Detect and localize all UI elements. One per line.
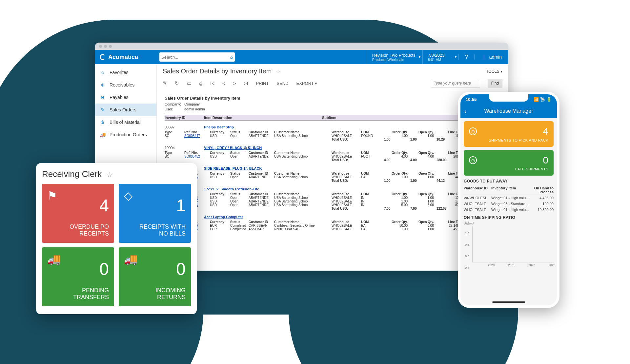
- find-button[interactable]: Find: [488, 79, 502, 87]
- clock-icon: ◷: [469, 156, 477, 164]
- user-menu[interactable]: 👤 admin: [474, 54, 508, 60]
- nav-icon: 🚚: [100, 132, 106, 138]
- order-link[interactable]: SO005447: [184, 134, 200, 138]
- kpi-tile[interactable]: ◇1RECEIPTS WITHNO BILLS: [119, 184, 191, 243]
- phone-time: 10:55: [466, 97, 477, 102]
- table-row: VA-WHOLESLWidget 01 - High volu...4,495.…: [464, 195, 554, 201]
- mobile-device: 10:55 📶 📡 🔋 ‹ Warehouse Manager ◷4SHIPME…: [458, 92, 559, 308]
- nav-icon: ☆: [100, 69, 106, 75]
- print-button[interactable]: PRINT: [256, 81, 269, 86]
- nav-icon: ⊖: [100, 94, 106, 100]
- edit-icon[interactable]: ✎: [163, 80, 167, 86]
- save-icon[interactable]: ▭: [187, 80, 192, 86]
- schedule-icon[interactable]: ⎙: [199, 81, 202, 86]
- last-page-icon[interactable]: >I: [244, 81, 248, 86]
- chart-header: ON TIME SHIPPING RATIO: [464, 215, 554, 220]
- page-title: Sales Order Details by Inventory Item: [163, 67, 272, 75]
- sidebar-item-production-orders[interactable]: 🚚Production Orders: [95, 128, 156, 141]
- receiving-clerk-card: Receiving Clerk ☆ ⚑4OVERDUE PORECEIPTS◇1…: [36, 163, 197, 314]
- export-button[interactable]: EXPORT ▾: [296, 81, 317, 86]
- clock-icon: ◷: [469, 127, 477, 135]
- table-row: WHOLESALEWidget 01 - High volu...19,500.…: [464, 207, 554, 213]
- send-button[interactable]: SEND: [276, 81, 288, 86]
- brand-name: Acumatica: [108, 54, 138, 61]
- query-input[interactable]: [431, 79, 480, 87]
- toolbar: ✎ ↻ ▭ ⎙ I< < > >I PRINT SEND EXPORT ▾ Fi…: [157, 77, 508, 91]
- help-button[interactable]: ?: [458, 54, 474, 60]
- kpi-tile[interactable]: 🚚0INCOMINGRETURNS: [119, 247, 191, 306]
- user-name: admin: [489, 54, 502, 60]
- business-date[interactable]: 7/8/2023 8:01 AM ▾: [422, 50, 458, 64]
- goods-header: GOODS TO PUT AWAY: [464, 179, 554, 183]
- brand-icon: [100, 54, 106, 60]
- kpi-tile[interactable]: 🚚0PENDINGTRANSFERS: [42, 247, 114, 306]
- metric-card[interactable]: ◷0LATE SHIPMENTS: [464, 150, 554, 176]
- global-search[interactable]: ⌕: [159, 52, 235, 62]
- next-page-icon[interactable]: >: [233, 81, 236, 86]
- metric-card[interactable]: ◷4SHIPMENTS TO PICK AND PACK: [464, 121, 554, 147]
- order-link[interactable]: SO005452: [184, 155, 200, 158]
- refresh-icon[interactable]: ↻: [175, 80, 179, 86]
- search-input[interactable]: [161, 55, 230, 60]
- star-icon[interactable]: ☆: [107, 171, 112, 178]
- company-selector[interactable]: Revision Two Products Products Wholesale…: [367, 50, 422, 64]
- star-icon[interactable]: ☆: [276, 69, 280, 74]
- status-icons: 📶 📡 🔋: [534, 97, 552, 102]
- table-row: WHOLESALEWidget 03 - Standard ...100.00: [464, 201, 554, 207]
- kpi-tile[interactable]: ⚑4OVERDUE PORECEIPTS: [42, 184, 114, 243]
- window-titlebar: [95, 43, 508, 50]
- sidebar-item-bills-of-material[interactable]: $Bills of Material: [95, 116, 156, 128]
- phone-header: ‹ Warehouse Manager: [460, 104, 557, 118]
- item-link[interactable]: Phelps Beef Strip: [204, 125, 234, 129]
- brand-logo: Acumatica: [95, 54, 157, 61]
- sidebar-item-receivables[interactable]: ⊕Receivables: [95, 79, 156, 91]
- item-link[interactable]: 1.5"x1.5" Smooth Extrusion-Lite: [204, 187, 259, 191]
- app-topbar: Acumatica ⌕ Revision Two Products Produc…: [95, 50, 508, 64]
- prev-page-icon[interactable]: <: [222, 81, 225, 86]
- report-body: Sales Order Details by Inventory Item Co…: [157, 91, 508, 268]
- first-page-icon[interactable]: I<: [210, 81, 214, 86]
- user-icon: 👤: [481, 54, 487, 60]
- card-title: Receiving Clerk: [42, 169, 102, 179]
- item-link[interactable]: SIDE RELEASE, PLUG 1", BLACK: [204, 166, 262, 170]
- sidebar-item-payables[interactable]: ⊖Payables: [95, 91, 156, 104]
- phone-title: Warehouse Manager: [484, 108, 533, 114]
- sidebar-item-sales-orders[interactable]: ✎Sales Orders: [95, 104, 156, 116]
- nav-icon: ⊕: [100, 82, 106, 88]
- search-icon[interactable]: ⌕: [230, 54, 233, 60]
- sidebar-item-favorites[interactable]: ☆Favorites: [95, 66, 156, 79]
- item-link[interactable]: Acer Laptop Computer: [204, 215, 243, 219]
- tools-menu[interactable]: TOOLS ▾: [486, 69, 502, 74]
- back-icon[interactable]: ‹: [464, 107, 467, 115]
- nav-icon: ✎: [100, 107, 106, 113]
- item-link[interactable]: VINYL, GREY / BLACK @ 51 INCH: [204, 146, 262, 150]
- shipping-ratio-chart: Legend 2020202120222023 1.21.00.80.60.4: [464, 222, 554, 268]
- nav-icon: $: [100, 119, 106, 125]
- chevron-down-icon: ▾: [455, 55, 457, 59]
- report-title: Sales Order Details by Inventory Item: [165, 96, 500, 101]
- home-indicator[interactable]: [492, 301, 525, 303]
- chevron-down-icon: ▾: [419, 55, 420, 59]
